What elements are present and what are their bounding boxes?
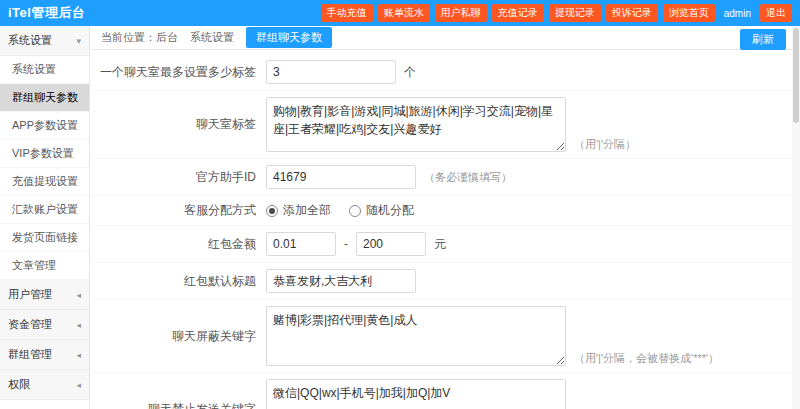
sidebar-submenu: 系统设置 群组聊天参数 APP参数设置 VIP参数设置 充值提现设置 汇款账户设… (0, 56, 89, 280)
form-row-blocked-keywords: 聊天屏蔽关键字 赌博|彩票|招代理|黄色|成人 （用'|'分隔，会被替换成'**… (91, 300, 792, 373)
unit-label: 个 (404, 64, 416, 81)
form-row-room-tags: 聊天室标签 购物|教育|影音|游戏|同城|旅游|休闲|学习交流|宠物|星座|王者… (91, 91, 792, 159)
sidebar-group-label: 群组管理 (8, 347, 52, 362)
room-tags-textarea[interactable]: 购物|教育|影音|游戏|同城|旅游|休闲|学习交流|宠物|星座|王者荣耀|吃鸡|… (266, 97, 566, 152)
breadcrumb: 当前位置：后台 系统设置 群组聊天参数 刷新 (91, 26, 792, 50)
topmenu-withdraw-records[interactable]: 提现记录 (549, 4, 601, 22)
tab-group-chat-params[interactable]: 群组聊天参数 (246, 27, 332, 48)
form-row-forbidden-keywords: 聊天禁止发送关键字 微信|QQ|wx|手机号|加我|加Q|加V （用'|'分隔，… (91, 373, 792, 409)
sidebar-group-label: 用户管理 (8, 287, 52, 302)
redpacket-title-input[interactable] (266, 269, 416, 293)
radio-label: 随机分配 (366, 202, 414, 219)
sidebar: 系统设置 ▾ 系统设置 群组聊天参数 APP参数设置 VIP参数设置 充值提现设… (0, 26, 90, 409)
chevron-down-icon: ▾ (76, 36, 81, 46)
radio-icon (266, 205, 278, 217)
main-content: 一个聊天室最多设置多少标签 个 聊天室标签 购物|教育|影音|游戏|同城|旅游|… (91, 50, 792, 409)
sidebar-item-vip-params[interactable]: VIP参数设置 (0, 140, 89, 168)
blocked-keywords-textarea[interactable]: 赌博|彩票|招代理|黄色|成人 (266, 306, 566, 366)
field-label: 红包金额 (91, 236, 266, 253)
sidebar-group-permissions[interactable]: 权限 ◂ (0, 370, 89, 400)
field-label: 聊天禁止发送关键字 (91, 401, 266, 409)
app-logo: iTel管理后台 (8, 4, 85, 22)
topmenu-user-chat[interactable]: 用户私聊 (435, 4, 487, 22)
field-label: 一个聊天室最多设置多少标签 (91, 64, 266, 81)
topmenu-recharge-records[interactable]: 充值记录 (492, 4, 544, 22)
range-separator: - (344, 237, 348, 251)
radio-label: 添加全部 (283, 202, 331, 219)
sidebar-group-label: 资金管理 (8, 317, 52, 332)
form-row-assistant-id: 官方助手ID （务必谨慎填写） (91, 159, 792, 196)
refresh-button[interactable]: 刷新 (740, 29, 786, 50)
top-bar: iTel管理后台 手动充值 账单流水 用户私聊 充值记录 提现记录 投诉记录 浏… (0, 0, 800, 26)
form-row-tag-count: 一个聊天室最多设置多少标签 个 (91, 54, 792, 91)
scrollbar-thumb[interactable] (793, 28, 799, 123)
breadcrumb-location: 当前位置：后台 (101, 30, 178, 45)
sidebar-item-recharge-withdraw[interactable]: 充值提现设置 (0, 168, 89, 196)
tag-count-input[interactable] (266, 60, 396, 84)
topmenu-browse-home[interactable]: 浏览首页 (663, 4, 715, 22)
topmenu-complaint-records[interactable]: 投诉记录 (606, 4, 658, 22)
sidebar-item-group-chat-params[interactable]: 群组聊天参数 (0, 84, 89, 112)
sidebar-group-label: 权限 (8, 377, 30, 392)
field-label: 聊天室标签 (91, 116, 266, 133)
radio-add-all[interactable]: 添加全部 (266, 202, 331, 219)
unit-label: 元 (434, 236, 446, 253)
forbidden-keywords-textarea[interactable]: 微信|QQ|wx|手机号|加我|加Q|加V (266, 379, 566, 409)
chevron-left-icon: ◂ (76, 380, 81, 390)
sidebar-group-system-settings[interactable]: 系统设置 ▾ (0, 26, 89, 56)
field-label: 客服分配方式 (91, 202, 266, 219)
sidebar-item-delivery-link[interactable]: 发货页面链接 (0, 224, 89, 252)
sidebar-group-funds-mgmt[interactable]: 资金管理 ◂ (0, 310, 89, 340)
field-label: 官方助手ID (91, 169, 266, 186)
assistant-id-input[interactable] (266, 165, 416, 189)
sidebar-item-remit-account[interactable]: 汇款账户设置 (0, 196, 89, 224)
topmenu-manual-recharge[interactable]: 手动充值 (321, 4, 373, 22)
sidebar-item-article-mgmt[interactable]: 文章管理 (0, 252, 89, 280)
field-hint: （用'|'分隔） (574, 137, 636, 152)
radio-random-assign[interactable]: 随机分配 (349, 202, 414, 219)
redpacket-max-input[interactable] (356, 232, 426, 256)
sidebar-group-group-mgmt[interactable]: 群组管理 ◂ (0, 340, 89, 370)
topmenu-admin-user[interactable]: admin (720, 6, 755, 21)
chevron-left-icon: ◂ (76, 350, 81, 360)
topmenu-bill-flow[interactable]: 账单流水 (378, 4, 430, 22)
sidebar-group-label: 系统设置 (8, 33, 52, 48)
redpacket-min-input[interactable] (266, 232, 336, 256)
field-hint: （用'|'分隔，会被替换成'***'） (574, 351, 719, 366)
radio-icon (349, 205, 361, 217)
field-hint: （务必谨慎填写） (424, 170, 512, 185)
form-row-redpacket-title: 红包默认标题 (91, 263, 792, 300)
form-row-service-assign: 客服分配方式 添加全部 随机分配 (91, 196, 792, 226)
field-label: 红包默认标题 (91, 273, 266, 290)
sidebar-item-system-settings[interactable]: 系统设置 (0, 56, 89, 84)
tab-system-settings[interactable]: 系统设置 (190, 30, 234, 45)
form-row-redpacket-amount: 红包金额 - 元 (91, 226, 792, 263)
chevron-left-icon: ◂ (76, 290, 81, 300)
sidebar-group-user-mgmt[interactable]: 用户管理 ◂ (0, 280, 89, 310)
topmenu-logout[interactable]: 退出 (760, 4, 792, 22)
chevron-left-icon: ◂ (76, 320, 81, 330)
top-menu: 手动充值 账单流水 用户私聊 充值记录 提现记录 投诉记录 浏览首页 admin… (321, 4, 792, 22)
vertical-scrollbar (792, 26, 800, 409)
sidebar-item-app-params[interactable]: APP参数设置 (0, 112, 89, 140)
field-label: 聊天屏蔽关键字 (91, 328, 266, 345)
